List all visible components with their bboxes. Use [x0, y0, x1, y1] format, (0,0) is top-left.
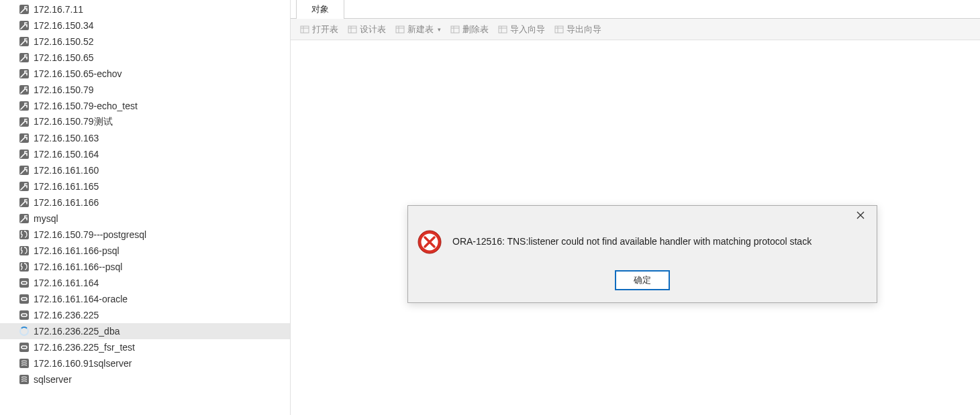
connection-item[interactable]: 172.16.150.79---postgresql — [0, 227, 290, 243]
toolbar-label: 导入向导 — [510, 23, 545, 36]
svg-rect-36 — [451, 26, 459, 33]
connection-label: 172.16.150.164 — [34, 149, 99, 160]
connection-item[interactable]: 172.16.160.91sqlserver — [0, 355, 290, 371]
svg-rect-26 — [19, 375, 29, 384]
connection-item[interactable]: 172.16.161.166 — [0, 194, 290, 211]
svg-rect-21 — [19, 310, 29, 320]
dialog-message: ORA-12516: TNS:listener could not find a… — [452, 235, 812, 249]
dialog-footer: 确定 — [408, 263, 877, 302]
oracle-icon — [19, 342, 30, 353]
toolbar: 打开表设计表新建表▾删除表导入向导导出向导 — [291, 19, 980, 40]
connection-label: 172.16.161.166-psql — [34, 245, 119, 256]
connection-label: 172.16.161.164-oracle — [34, 294, 128, 304]
connection-item[interactable]: 172.16.150.79测试 — [0, 114, 290, 130]
connection-item[interactable]: 172.16.161.160 — [0, 162, 290, 178]
connection-label: 172.16.150.79测试 — [34, 116, 113, 128]
error-dialog: ORA-12516: TNS:listener could not find a… — [407, 205, 877, 303]
plug-icon — [19, 165, 30, 176]
table-icon — [395, 25, 405, 34]
connection-item[interactable]: 172.16.161.164-oracle — [0, 291, 290, 307]
toolbar-label: 打开表 — [312, 23, 338, 36]
connection-item[interactable]: 172.16.236.225 — [0, 307, 290, 323]
table-icon — [450, 25, 460, 34]
dialog-titlebar — [408, 206, 877, 226]
connection-item[interactable]: 172.16.150.79-echo_test — [0, 98, 290, 114]
connection-item[interactable]: 172.16.150.52 — [0, 34, 290, 50]
error-icon — [418, 230, 442, 254]
postgres-icon — [19, 261, 30, 272]
connection-item[interactable]: 172.16.150.163 — [0, 130, 290, 146]
plug-icon — [19, 133, 30, 143]
connection-label: 172.16.160.91sqlserver — [34, 358, 132, 369]
svg-rect-19 — [19, 294, 29, 304]
postgres-icon — [19, 229, 30, 240]
connection-label: 172.16.150.163 — [34, 133, 99, 143]
connection-label: 172.16.150.65-echov — [34, 68, 122, 79]
connection-label: 172.16.161.166 — [34, 197, 99, 208]
connection-label: sqlserver — [34, 374, 72, 385]
connection-label: 172.16.236.225_fsr_test — [34, 342, 135, 353]
connection-label: 172.16.236.225_dba — [34, 326, 119, 337]
table-icon — [554, 25, 564, 34]
close-button[interactable] — [851, 210, 870, 222]
connection-label: 172.16.161.160 — [34, 165, 99, 176]
connection-item[interactable]: 172.16.161.166--psql — [0, 259, 290, 275]
toolbar-import-wizard[interactable]: 导入向导 — [494, 21, 549, 38]
plug-icon — [19, 68, 30, 79]
toolbar-open-table[interactable]: 打开表 — [296, 21, 342, 38]
connection-item[interactable]: 172.16.150.34 — [0, 17, 290, 34]
connection-item[interactable]: 172.16.150.79 — [0, 82, 290, 98]
toolbar-export-wizard[interactable]: 导出向导 — [550, 21, 605, 38]
spinner-icon — [19, 326, 30, 337]
postgres-icon — [19, 245, 30, 256]
plug-icon — [19, 20, 30, 31]
connection-label: 172.16.161.165 — [34, 181, 99, 192]
table-icon — [348, 25, 357, 34]
connection-label: 172.16.150.79-echo_test — [34, 101, 138, 111]
oracle-icon — [19, 294, 30, 304]
connection-item[interactable]: mysql — [0, 211, 290, 227]
svg-rect-17 — [19, 278, 29, 288]
connection-item[interactable]: 172.16.150.65-echov — [0, 66, 290, 82]
sqlserver-icon — [19, 358, 30, 369]
toolbar-label: 设计表 — [360, 23, 386, 36]
plug-icon — [19, 149, 30, 160]
plug-icon — [19, 4, 30, 15]
connection-label: 172.16.150.79 — [34, 84, 94, 95]
connection-item[interactable]: 172.16.150.164 — [0, 146, 290, 162]
toolbar-label: 导出向导 — [567, 23, 601, 36]
sqlserver-icon — [19, 374, 30, 385]
plug-icon — [19, 213, 30, 224]
plug-icon — [19, 117, 30, 127]
chevron-down-icon: ▾ — [438, 26, 441, 33]
toolbar-design-table[interactable]: 设计表 — [344, 21, 390, 38]
dialog-body: ORA-12516: TNS:listener could not find a… — [408, 226, 877, 263]
toolbar-label: 新建表 — [407, 23, 434, 36]
svg-rect-23 — [19, 343, 29, 352]
connection-label: 172.16.161.164 — [34, 278, 99, 288]
connection-item[interactable]: 172.16.161.165 — [0, 178, 290, 194]
plug-icon — [19, 84, 30, 95]
connection-label: 172.16.161.166--psql — [34, 261, 122, 272]
connection-item[interactable]: 172.16.236.225_fsr_test — [0, 339, 290, 355]
connection-item[interactable]: 172.16.161.164 — [0, 275, 290, 291]
connection-label: 172.16.236.225 — [34, 310, 99, 320]
toolbar-new-table[interactable]: 新建表▾ — [391, 21, 445, 38]
ok-button[interactable]: 确定 — [615, 270, 670, 290]
toolbar-delete-table[interactable]: 删除表 — [446, 21, 493, 38]
tab-objects[interactable]: 对象 — [296, 0, 344, 19]
connection-item[interactable]: 172.16.236.225_dba — [0, 323, 290, 339]
connection-item[interactable]: sqlserver — [0, 371, 290, 388]
table-icon — [498, 25, 507, 34]
svg-rect-33 — [396, 26, 404, 33]
connection-label: mysql — [34, 213, 58, 224]
connection-item[interactable]: 172.16.161.166-psql — [0, 243, 290, 259]
connection-item[interactable]: 172.16.7.11 — [0, 1, 290, 17]
plug-icon — [19, 52, 30, 63]
toolbar-label: 删除表 — [462, 23, 489, 36]
tab-bar: 对象 — [291, 0, 980, 19]
connection-label: 172.16.7.11 — [34, 4, 83, 15]
oracle-icon — [19, 278, 30, 288]
plug-icon — [19, 36, 30, 47]
connection-item[interactable]: 172.16.150.65 — [0, 50, 290, 66]
